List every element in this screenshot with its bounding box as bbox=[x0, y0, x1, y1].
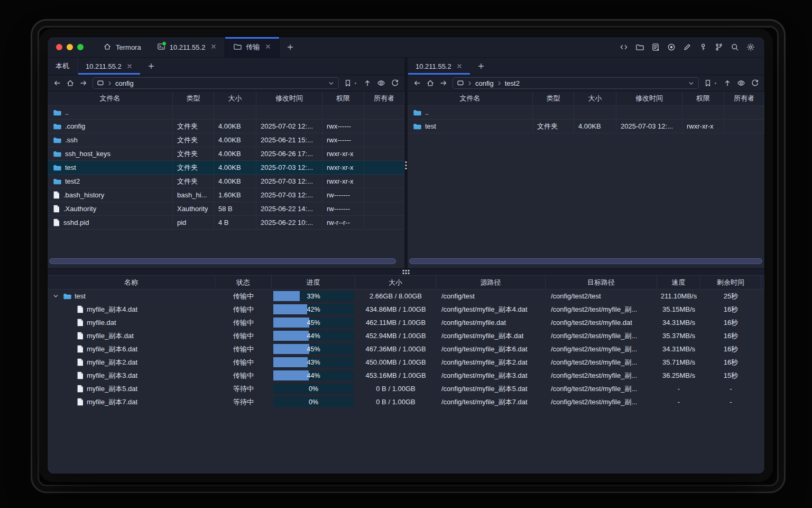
file-row[interactable]: sshd.pidpid4 B2025-06-22 10:...rw-r--r-- bbox=[48, 216, 404, 230]
chevron-down-icon[interactable] bbox=[688, 80, 695, 87]
cell-name: myfile_副本7.dat bbox=[48, 395, 215, 409]
transfer-row[interactable]: myfile_副本.dat传输中44%452.94MB / 1.00GB/con… bbox=[48, 329, 764, 342]
back-button[interactable] bbox=[413, 79, 421, 87]
column-header[interactable]: 文件名 bbox=[48, 92, 173, 105]
bookmark-button[interactable] bbox=[704, 79, 718, 87]
column-header[interactable]: 权限 bbox=[322, 92, 364, 105]
cell-owner bbox=[364, 106, 404, 119]
column-header[interactable]: 类型 bbox=[533, 92, 574, 105]
expand-chevron-icon[interactable] bbox=[52, 293, 60, 300]
left-panel-tab-2[interactable]: 10.211.55.2 bbox=[78, 58, 141, 75]
file-row[interactable]: test2文件夹4.00KB2025-07-03 12:...rwxr-xr-x bbox=[48, 175, 404, 188]
right-panel-new-tab-button[interactable] bbox=[470, 58, 492, 75]
close-icon[interactable] bbox=[126, 63, 133, 69]
title-tab-2[interactable]: 10.211.55.2 bbox=[149, 37, 225, 57]
forward-button[interactable] bbox=[439, 79, 448, 87]
transfer-splitter[interactable] bbox=[48, 268, 764, 276]
column-header[interactable]: 修改时间 bbox=[616, 92, 682, 105]
transfer-row[interactable]: myfile_副本5.dat等待中0%0 B / 1.00GB/config/t… bbox=[48, 382, 764, 395]
breadcrumb-segment[interactable]: config bbox=[115, 79, 134, 87]
file-row[interactable]: .. bbox=[408, 106, 764, 120]
key-icon[interactable] bbox=[699, 43, 707, 51]
column-header[interactable]: 进度 bbox=[272, 276, 355, 289]
close-icon[interactable] bbox=[456, 63, 463, 69]
column-header[interactable]: 源路径 bbox=[436, 276, 546, 289]
column-header[interactable]: 所有者 bbox=[364, 92, 404, 105]
file-row[interactable]: test文件夹4.00KB2025-07-03 12:...rwxr-xr-x bbox=[48, 161, 404, 175]
column-header[interactable]: 大小 bbox=[574, 92, 616, 105]
file-row[interactable]: .bash_historybash_hi...1.60KB2025-07-03 … bbox=[48, 188, 404, 202]
edit-icon[interactable] bbox=[683, 43, 691, 51]
transfer-row[interactable]: myfile_副本4.dat传输中42%434.86MB / 1.00GB/co… bbox=[48, 303, 764, 316]
refresh-button[interactable] bbox=[751, 79, 759, 87]
column-header[interactable]: 类型 bbox=[173, 92, 214, 105]
column-header[interactable]: 权限 bbox=[682, 92, 724, 105]
transfer-row[interactable]: myfile_副本7.dat等待中0%0 B / 1.00GB/config/t… bbox=[48, 395, 764, 409]
cell-size: 0 B / 1.00GB bbox=[355, 382, 436, 395]
branch-icon[interactable] bbox=[715, 43, 723, 51]
left-panel-tab-1[interactable]: 本机 bbox=[48, 58, 78, 75]
transfer-row[interactable]: myfile_副本6.dat传输中45%467.36MB / 1.00GB/co… bbox=[48, 342, 764, 356]
file-row[interactable]: ssh_host_keys文件夹4.00KB2025-06-26 17:...r… bbox=[48, 147, 404, 161]
settings-icon[interactable] bbox=[746, 43, 755, 51]
zoom-window-button[interactable] bbox=[77, 44, 84, 50]
close-icon[interactable] bbox=[210, 43, 217, 51]
panel-splitter-handle[interactable] bbox=[405, 161, 407, 169]
title-tab-3[interactable]: 传输 bbox=[225, 37, 280, 57]
column-header[interactable]: 文件名 bbox=[408, 92, 533, 105]
forward-button[interactable] bbox=[79, 79, 88, 87]
transfer-row[interactable]: myfile.dat传输中45%462.11MB / 1.00GB/config… bbox=[48, 316, 764, 329]
home-button[interactable] bbox=[66, 79, 75, 87]
right-panel-tab-1[interactable]: 10.211.55.2 bbox=[408, 58, 470, 75]
column-header[interactable]: 目标路径 bbox=[546, 276, 657, 289]
column-header[interactable]: 状态 bbox=[215, 276, 272, 289]
folder-icon[interactable] bbox=[635, 43, 644, 51]
chevron-down-icon[interactable] bbox=[328, 80, 335, 87]
breadcrumb-segment[interactable]: test2 bbox=[505, 79, 520, 87]
show-hidden-files-button[interactable] bbox=[377, 79, 385, 87]
transfer-name-label: myfile.dat bbox=[87, 319, 116, 326]
code-icon[interactable] bbox=[620, 43, 628, 51]
cell-permissions: rwxr-xr-x bbox=[682, 120, 724, 133]
file-row[interactable]: .. bbox=[48, 106, 404, 120]
close-icon[interactable] bbox=[265, 43, 271, 51]
show-hidden-files-button[interactable] bbox=[737, 79, 745, 87]
search-icon[interactable] bbox=[731, 43, 739, 51]
left-panel-new-tab-button[interactable] bbox=[141, 58, 162, 75]
file-row[interactable]: .XauthorityXauthority58 B2025-06-22 14:.… bbox=[48, 202, 404, 216]
home-icon bbox=[103, 42, 112, 51]
title-tab-1[interactable]: Termora bbox=[95, 37, 149, 57]
log-icon[interactable] bbox=[651, 43, 660, 51]
close-window-button[interactable] bbox=[56, 44, 62, 50]
column-header[interactable]: 修改时间 bbox=[256, 92, 322, 105]
horizontal-scrollbar[interactable] bbox=[49, 258, 396, 264]
minimize-window-button[interactable] bbox=[67, 44, 73, 50]
right-path-input[interactable]: configtest2 bbox=[453, 77, 699, 89]
cell-owner bbox=[364, 202, 404, 215]
new-window-tab-button[interactable] bbox=[280, 37, 301, 57]
column-header[interactable]: 速度 bbox=[657, 276, 700, 289]
transfer-row[interactable]: test传输中33%2.66GB / 8.00GB/config/test/co… bbox=[48, 289, 764, 303]
transfer-row[interactable]: myfile_副本2.dat传输中43%450.00MB / 1.00GB/co… bbox=[48, 356, 764, 369]
bookmark-button[interactable] bbox=[344, 79, 358, 87]
column-header[interactable]: 大小 bbox=[355, 276, 436, 289]
column-header[interactable]: 所有者 bbox=[724, 92, 764, 105]
parent-directory-button[interactable] bbox=[723, 79, 732, 87]
column-header[interactable]: 剩余时间 bbox=[700, 276, 761, 289]
record-icon[interactable] bbox=[667, 43, 676, 51]
column-header[interactable]: 名称 bbox=[48, 276, 215, 289]
cell-speed: 35.37MB/s bbox=[657, 329, 700, 342]
transfer-splitter-handle[interactable] bbox=[403, 270, 410, 274]
horizontal-scrollbar[interactable] bbox=[409, 258, 762, 264]
back-button[interactable] bbox=[53, 79, 61, 87]
parent-directory-button[interactable] bbox=[363, 79, 372, 87]
file-row[interactable]: .config文件夹4.00KB2025-07-02 12:...rwx----… bbox=[48, 120, 404, 133]
file-row[interactable]: .ssh文件夹4.00KB2025-06-21 15:...rwx------ bbox=[48, 133, 404, 147]
left-path-input[interactable]: config bbox=[93, 77, 339, 89]
refresh-button[interactable] bbox=[391, 79, 399, 87]
column-header[interactable]: 大小 bbox=[214, 92, 256, 105]
transfer-row[interactable]: myfile_副本3.dat传输中44%453.16MB / 1.00GB/co… bbox=[48, 369, 764, 382]
home-button[interactable] bbox=[426, 79, 435, 87]
file-row[interactable]: test文件夹4.00KB2025-07-03 12:...rwxr-xr-x bbox=[408, 120, 764, 133]
breadcrumb-segment[interactable]: config bbox=[475, 79, 494, 87]
